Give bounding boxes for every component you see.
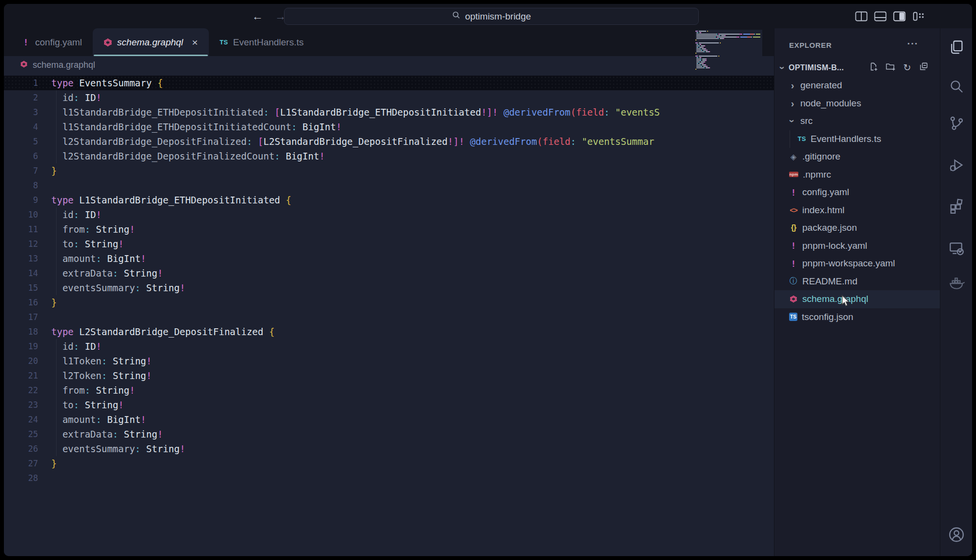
code-line-9[interactable]: 9 type L1StandardBridge_ETHDepositInitia… bbox=[4, 193, 774, 207]
explorer-item-pnpm-workspace-yaml[interactable]: !pnpm-workspace.yaml bbox=[774, 255, 940, 273]
refresh-icon[interactable]: ↻ bbox=[903, 63, 911, 72]
activity-account-icon[interactable] bbox=[940, 526, 972, 543]
file-label: tsconfig.json bbox=[802, 312, 854, 322]
line-number: 13 bbox=[4, 251, 38, 266]
yaml-icon: ! bbox=[789, 259, 798, 269]
code-line-25[interactable]: 25 extraData: String! bbox=[4, 427, 774, 441]
explorer-item--gitignore[interactable]: ◈.gitignore bbox=[774, 148, 940, 166]
graphql-icon bbox=[103, 38, 112, 47]
line-number: 5 bbox=[4, 134, 38, 149]
panel-bottom-icon[interactable] bbox=[874, 11, 887, 21]
html-icon: <> bbox=[789, 206, 798, 214]
new-file-icon[interactable] bbox=[869, 62, 878, 73]
line-number: 11 bbox=[4, 222, 38, 237]
code-line-19[interactable]: 19 id: ID! bbox=[4, 339, 774, 354]
code-line-27[interactable]: 27 } bbox=[4, 456, 774, 471]
graphql-icon bbox=[789, 295, 798, 303]
code-line-3[interactable]: 3 l1StandardBridge_ETHDepositInitiated: … bbox=[4, 105, 774, 120]
explorer-item-generated[interactable]: ›generated bbox=[774, 77, 940, 95]
chevron-right-icon: › bbox=[789, 99, 796, 108]
npm-icon: npm bbox=[789, 172, 798, 177]
tab-eventhandlers-ts[interactable]: TSEventHandlers.ts bbox=[209, 28, 315, 56]
activity-remote-explorer-icon[interactable] bbox=[940, 240, 972, 257]
file-label: config.yaml bbox=[802, 187, 849, 198]
code-line-21[interactable]: 21 l2Token: String! bbox=[4, 368, 774, 383]
code-line-16[interactable]: 16 } bbox=[4, 295, 774, 310]
code-line-18[interactable]: 18 type L2StandardBridge_DepositFinalize… bbox=[4, 324, 774, 339]
graphql-icon bbox=[20, 60, 28, 70]
command-search-input[interactable]: optimism-bridge bbox=[284, 8, 699, 25]
chevron-down-icon: › bbox=[778, 64, 788, 71]
close-icon[interactable]: × bbox=[192, 37, 198, 47]
tab-bar: !config.yaml schema.graphql × TSEventHan… bbox=[4, 28, 774, 56]
back-arrow-icon[interactable]: ← bbox=[252, 10, 263, 23]
code-line-10[interactable]: 10 id: ID! bbox=[4, 207, 774, 222]
explorer-item-pnpm-lock-yaml[interactable]: !pnpm-lock.yaml bbox=[774, 237, 940, 255]
explorer-item-schema-graphql[interactable]: schema.graphql bbox=[774, 290, 940, 308]
line-number: 17 bbox=[4, 310, 38, 324]
explorer-item-node_modules[interactable]: ›node_modules bbox=[774, 95, 940, 113]
workbench: !config.yaml schema.graphql × TSEventHan… bbox=[4, 28, 972, 556]
code-line-4[interactable]: 4 l1StandardBridge_ETHDepositInitiatedCo… bbox=[4, 120, 774, 134]
line-number: 3 bbox=[4, 105, 38, 120]
panel-right-active-icon[interactable] bbox=[893, 11, 906, 21]
file-label: pnpm-workspace.yaml bbox=[802, 258, 895, 269]
code-line-13[interactable]: 13 amount: BigInt! bbox=[4, 251, 774, 266]
explorer-item-package-json[interactable]: {}package.json bbox=[774, 219, 940, 237]
new-folder-icon[interactable] bbox=[886, 62, 895, 73]
explorer-item--npmrc[interactable]: npm.npmrc bbox=[774, 166, 940, 184]
code-line-15[interactable]: 15 eventsSummary: String! bbox=[4, 280, 774, 295]
activity-files-icon[interactable] bbox=[940, 39, 972, 56]
panel-left-icon[interactable] bbox=[855, 11, 868, 21]
code-line-1[interactable]: 1 type EventsSummary { bbox=[4, 76, 774, 90]
code-line-14[interactable]: 14 extraData: String! bbox=[4, 266, 774, 280]
code-line-2[interactable]: 2 id: ID! bbox=[4, 90, 774, 105]
explorer-item-readme-md[interactable]: ⓘREADME.md bbox=[774, 273, 940, 291]
tab-label: schema.graphql bbox=[117, 37, 183, 48]
layout-customize-icon[interactable] bbox=[912, 11, 925, 21]
activity-source-control-icon[interactable] bbox=[940, 115, 972, 131]
explorer-item-src[interactable]: ›src bbox=[774, 112, 940, 130]
explorer-item-eventhandlers-ts[interactable]: TSEventHandlers.ts bbox=[774, 130, 940, 148]
activity-run-and-debug-icon[interactable] bbox=[940, 157, 972, 174]
code-line-11[interactable]: 11 from: String! bbox=[4, 222, 774, 237]
json-icon: {} bbox=[789, 223, 798, 232]
line-number: 23 bbox=[4, 398, 38, 412]
code-line-8[interactable]: 8 bbox=[4, 178, 774, 193]
line-number: 9 bbox=[4, 193, 38, 207]
explorer-item-index-html[interactable]: <>index.html bbox=[774, 201, 940, 220]
line-number: 19 bbox=[4, 339, 38, 354]
code-line-24[interactable]: 24 amount: BigInt! bbox=[4, 412, 774, 427]
tab-schema-graphql[interactable]: schema.graphql × bbox=[93, 28, 208, 56]
collapse-all-icon[interactable] bbox=[919, 62, 928, 73]
explorer-more-icon[interactable]: ··· bbox=[907, 38, 918, 49]
code-line-6[interactable]: 6 l2StandardBridge_DepositFinalizedCount… bbox=[4, 149, 774, 163]
history-nav: ← → bbox=[252, 4, 286, 28]
code-line-5[interactable]: 5 l2StandardBridge_DepositFinalized: [L2… bbox=[4, 134, 774, 149]
activity-docker-icon[interactable] bbox=[940, 274, 972, 291]
search-icon bbox=[452, 11, 461, 22]
file-label: package.json bbox=[802, 222, 857, 233]
activity-search-icon[interactable] bbox=[940, 78, 972, 95]
line-number: 1 bbox=[4, 76, 38, 90]
file-label: README.md bbox=[802, 276, 857, 287]
minimap[interactable] bbox=[695, 30, 762, 71]
line-number: 6 bbox=[4, 149, 38, 163]
explorer-title: EXPLORER bbox=[789, 41, 832, 49]
code-line-26[interactable]: 26 eventsSummary: String! bbox=[4, 441, 774, 456]
tab-config-yaml[interactable]: !config.yaml bbox=[11, 28, 93, 56]
explorer-panel: EXPLORER ··· › OPTIMISM-B... ↻ ›generate… bbox=[774, 28, 940, 556]
activity-extensions-icon[interactable] bbox=[940, 198, 972, 214]
code-line-23[interactable]: 23 to: String! bbox=[4, 398, 774, 412]
code-line-28[interactable]: 28 bbox=[4, 471, 774, 485]
code-line-7[interactable]: 7 } bbox=[4, 163, 774, 178]
explorer-item-config-yaml[interactable]: !config.yaml bbox=[774, 183, 940, 201]
project-section-header[interactable]: › OPTIMISM-B... ↻ bbox=[774, 60, 940, 76]
code-line-17[interactable]: 17 bbox=[4, 310, 774, 324]
code-line-22[interactable]: 22 from: String! bbox=[4, 383, 774, 398]
explorer-item-tsconfig-json[interactable]: TStsconfig.json bbox=[774, 308, 940, 326]
code-editor[interactable]: 1 type EventsSummary { 2 id: ID! 3 l1Sta… bbox=[4, 74, 774, 556]
code-line-12[interactable]: 12 to: String! bbox=[4, 237, 774, 251]
breadcrumb[interactable]: schema.graphql bbox=[4, 56, 774, 74]
code-line-20[interactable]: 20 l1Token: String! bbox=[4, 354, 774, 368]
